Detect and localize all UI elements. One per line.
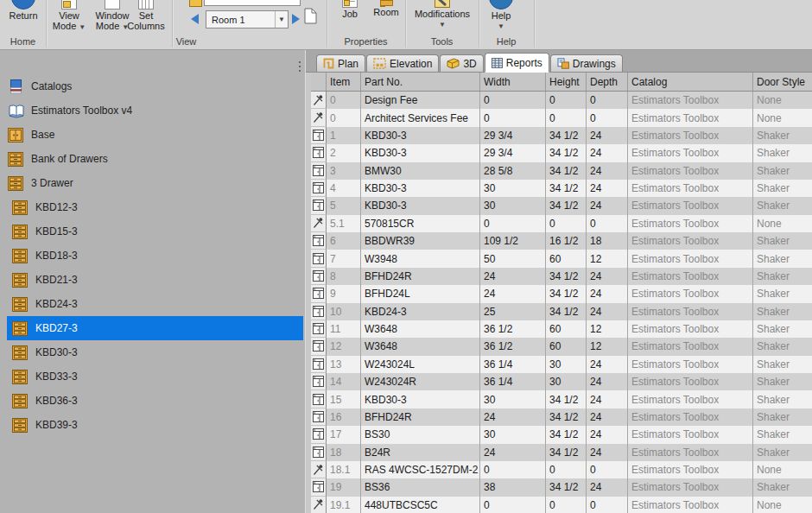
cell-catalog[interactable]: Estimators Toolbox <box>628 215 753 232</box>
report-row-11[interactable]: 11 W3648 36 1/2 60 12 Estimators Toolbox… <box>311 320 812 338</box>
cell-depth[interactable]: 24 <box>587 303 628 320</box>
report-row-6[interactable]: 6 BBDWR39 109 1/2 16 1/2 18 Estimators T… <box>311 232 812 250</box>
cell-catalog[interactable]: Estimators Toolbox <box>628 127 753 144</box>
cell-depth[interactable]: 24 <box>587 197 628 214</box>
cell-catalog[interactable]: Estimators Toolbox <box>628 444 753 461</box>
cell-width[interactable]: 36 1/4 <box>480 356 546 373</box>
cell-catalog[interactable]: Estimators Toolbox <box>628 180 753 197</box>
pin-icon[interactable] <box>311 109 327 126</box>
cell-part-no[interactable]: W243024L <box>361 356 480 373</box>
tab-3d[interactable]: 3D <box>440 54 483 72</box>
report-row-18.1[interactable]: 18.1 RAS 4WCSC-1527DM-2 0 0 0 Estimators… <box>311 461 812 478</box>
cell-height[interactable]: 0 <box>546 461 587 478</box>
cell-depth[interactable]: 24 <box>587 127 628 144</box>
tab-drawings[interactable]: Drawings <box>550 54 623 72</box>
cell-door-style[interactable]: Shaker <box>753 320 812 338</box>
sidebar-item-kbd39-3[interactable]: KBD39-3 <box>0 413 303 437</box>
pin-icon[interactable] <box>311 497 327 513</box>
cell-item[interactable]: 14 <box>327 373 361 390</box>
cell-depth[interactable]: 18 <box>587 232 628 250</box>
cell-catalog[interactable]: Estimators Toolbox <box>628 390 753 408</box>
cell-item[interactable]: 5.1 <box>327 215 361 232</box>
cell-width[interactable]: 38 <box>480 478 546 496</box>
cell-width[interactable]: 30 <box>480 180 546 197</box>
cell-width[interactable]: 109 1/2 <box>480 232 546 250</box>
cabinet-icon[interactable] <box>311 408 327 426</box>
cell-depth[interactable]: 24 <box>587 426 628 443</box>
cabinet-icon[interactable] <box>311 285 327 302</box>
sidebar-item-kbd33-3[interactable]: KBD33-3 <box>0 364 303 389</box>
cell-item[interactable]: 6 <box>327 232 361 250</box>
cell-width[interactable]: 0 <box>480 109 546 126</box>
help-button[interactable]: Help ▼ <box>482 0 520 31</box>
next-room-arrow[interactable] <box>292 14 300 24</box>
cell-door-style[interactable]: Shaker <box>753 232 812 250</box>
cell-item[interactable]: 0 <box>327 109 361 126</box>
cell-catalog[interactable]: Estimators Toolbox <box>628 144 753 162</box>
cell-height[interactable]: 60 <box>546 320 587 338</box>
sidebar-item-estimators-toolbox-v4[interactable]: Estimators Toolbox v4 <box>0 98 303 123</box>
cell-depth[interactable]: 0 <box>587 92 628 109</box>
pin-icon[interactable] <box>311 92 327 109</box>
cell-width[interactable]: 0 <box>480 215 546 232</box>
cabinet-icon[interactable] <box>311 373 327 390</box>
cabinet-icon[interactable] <box>311 197 327 214</box>
cell-item[interactable]: 12 <box>327 338 361 355</box>
cabinet-icon[interactable] <box>311 338 327 355</box>
cell-depth[interactable]: 24 <box>587 408 628 426</box>
report-row-18[interactable]: 18 B24R 24 34 1/2 24 Estimators Toolbox … <box>311 444 812 461</box>
cell-door-style[interactable]: Shaker <box>753 426 812 443</box>
report-row-17[interactable]: 17 BS30 30 34 1/2 24 Estimators Toolbox … <box>311 426 812 443</box>
cell-door-style[interactable]: Shaker <box>753 180 812 197</box>
cell-depth[interactable]: 24 <box>587 180 628 197</box>
cell-width[interactable]: 24 <box>480 285 546 302</box>
report-row-12[interactable]: 12 W3648 36 1/2 60 12 Estimators Toolbox… <box>311 338 812 355</box>
cell-door-style[interactable]: Shaker <box>753 144 812 162</box>
cabinet-icon[interactable] <box>311 162 327 180</box>
cell-part-no[interactable]: KBD30-3 <box>361 127 480 144</box>
sidebar-item-kbd21-3[interactable]: KBD21-3 <box>0 268 303 292</box>
cabinet-icon[interactable] <box>311 444 327 461</box>
cell-depth[interactable]: 24 <box>587 268 628 285</box>
cell-width[interactable]: 30 <box>480 426 546 443</box>
cell-part-no[interactable]: KBD30-3 <box>361 180 480 197</box>
report-row-0[interactable]: 0 Architect Services Fee 0 0 0 Estimator… <box>311 109 812 126</box>
cell-catalog[interactable]: Estimators Toolbox <box>628 461 753 478</box>
cell-depth[interactable]: 0 <box>587 461 628 478</box>
cell-width[interactable]: 24 <box>480 444 546 461</box>
cell-depth[interactable]: 24 <box>587 444 628 461</box>
cell-part-no[interactable]: RAS 4WCSC-1527DM-2 <box>361 461 480 478</box>
cell-door-style[interactable]: Shaker <box>753 162 812 180</box>
chevron-down-icon[interactable]: ▼ <box>275 11 288 28</box>
cabinet-icon[interactable] <box>311 144 327 162</box>
cell-depth[interactable]: 0 <box>587 109 628 126</box>
room-properties-button[interactable]: Room <box>368 0 404 17</box>
report-row-5.1[interactable]: 5.1 570815CR 0 0 0 Estimators Toolbox No… <box>311 215 812 232</box>
cell-door-style[interactable]: None <box>753 215 812 232</box>
cell-part-no[interactable]: 448UTBCSC5C <box>361 497 480 513</box>
cell-door-style[interactable]: Shaker <box>753 444 812 461</box>
cell-part-no[interactable]: KBD30-3 <box>361 390 480 408</box>
cell-part-no[interactable]: KBD30-3 <box>361 144 480 162</box>
job-properties-button[interactable]: Job <box>333 0 366 19</box>
cell-catalog[interactable]: Estimators Toolbox <box>628 268 753 285</box>
cell-item[interactable]: 17 <box>327 426 361 443</box>
cabinet-icon[interactable] <box>311 478 327 496</box>
cabinet-icon[interactable] <box>311 180 327 197</box>
report-row-2[interactable]: 2 KBD30-3 29 3/4 34 1/2 24 Estimators To… <box>311 144 812 162</box>
cell-item[interactable]: 15 <box>327 390 361 408</box>
cell-height[interactable]: 34 1/2 <box>546 303 587 320</box>
cabinet-icon[interactable] <box>311 426 327 443</box>
cell-part-no[interactable]: BS36 <box>361 478 480 496</box>
tab-elevation[interactable]: Elevation <box>366 54 439 72</box>
cabinet-icon[interactable] <box>311 232 327 250</box>
previous-room-arrow[interactable] <box>191 14 199 24</box>
cell-door-style[interactable]: Shaker <box>753 268 812 285</box>
return-button[interactable]: Return <box>2 0 45 21</box>
sidebar-item-kbd36-3[interactable]: KBD36-3 <box>0 389 303 413</box>
cell-door-style[interactable]: Shaker <box>753 478 812 496</box>
cell-item[interactable]: 16 <box>327 408 361 426</box>
cell-width[interactable]: 30 <box>480 197 546 214</box>
pin-icon[interactable] <box>311 461 327 478</box>
cabinet-icon[interactable] <box>311 250 327 267</box>
